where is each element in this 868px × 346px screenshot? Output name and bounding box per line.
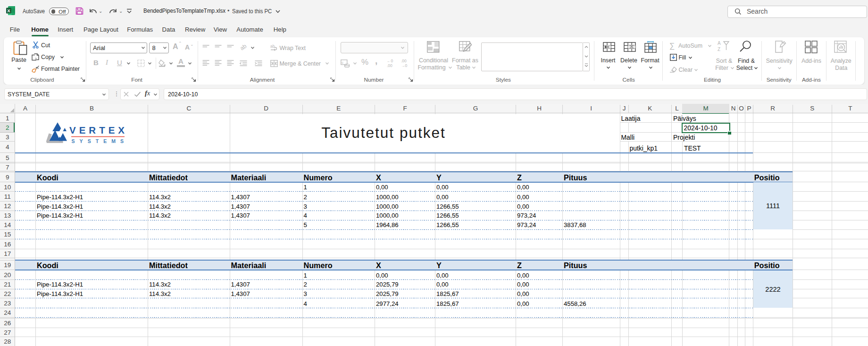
svg-text:4: 4: [304, 212, 307, 219]
svg-text:1266,55: 1266,55: [436, 203, 459, 210]
svg-text:E: E: [336, 105, 341, 112]
svg-text:2024-10-10: 2024-10-10: [684, 124, 718, 132]
svg-text:1,4307: 1,4307: [231, 290, 250, 297]
svg-text:13: 13: [4, 212, 11, 219]
svg-text:0,00: 0,00: [517, 290, 529, 297]
svg-text:14: 14: [4, 221, 11, 228]
svg-text:0,00: 0,00: [517, 272, 529, 279]
svg-text:3837,68: 3837,68: [564, 221, 586, 228]
svg-text:22: 22: [4, 290, 11, 297]
svg-text:15: 15: [4, 231, 11, 238]
svg-text:0,00: 0,00: [376, 272, 388, 279]
svg-text:5: 5: [6, 154, 9, 161]
svg-text:0,00: 0,00: [517, 184, 529, 191]
svg-text:1825,67: 1825,67: [436, 290, 459, 297]
svg-text:114.3x2: 114.3x2: [149, 290, 171, 297]
svg-text:24: 24: [4, 309, 11, 316]
svg-text:973,24: 973,24: [517, 212, 536, 219]
svg-text:0,00: 0,00: [436, 281, 449, 288]
svg-text:Pipe-114.3x2-H1: Pipe-114.3x2-H1: [37, 212, 83, 219]
svg-text:0,00: 0,00: [517, 194, 529, 201]
svg-text:Taivutetut putket: Taivutetut putket: [321, 124, 445, 141]
svg-text:1,4307: 1,4307: [231, 194, 250, 201]
svg-text:4558,26: 4558,26: [564, 300, 586, 307]
svg-text:1,4307: 1,4307: [231, 212, 250, 219]
svg-text:10: 10: [4, 184, 11, 191]
svg-text:Z: Z: [517, 173, 522, 182]
svg-text:11: 11: [4, 193, 11, 200]
svg-text:0,00: 0,00: [376, 184, 388, 191]
svg-text:Z: Z: [517, 261, 522, 270]
svg-text:1825,67: 1825,67: [436, 300, 459, 307]
svg-text:0,00: 0,00: [436, 184, 449, 191]
svg-text:Laatija: Laatija: [621, 115, 641, 122]
svg-text:Materiaali: Materiaali: [231, 173, 267, 182]
svg-text:C: C: [186, 105, 191, 112]
svg-text:TEST: TEST: [684, 144, 701, 152]
svg-text:0,00: 0,00: [517, 300, 529, 307]
svg-text:c: c: [342, 60, 343, 65]
svg-text:1000,00: 1000,00: [376, 194, 399, 201]
svg-text:B: B: [90, 105, 94, 112]
svg-text:ab: ab: [270, 44, 275, 49]
svg-text:1111: 1111: [766, 202, 780, 210]
svg-text:Pituus: Pituus: [564, 261, 587, 270]
svg-text:0,00: 0,00: [436, 194, 449, 201]
svg-text:Z: Z: [718, 47, 720, 52]
svg-text:26: 26: [4, 320, 11, 327]
svg-text:4: 4: [304, 300, 307, 307]
svg-text:21: 21: [4, 281, 11, 288]
svg-text:27: 27: [4, 329, 11, 336]
svg-text:28: 28: [4, 338, 11, 345]
svg-text:Y: Y: [436, 173, 442, 182]
svg-text:Päiväys: Päiväys: [673, 115, 696, 122]
svg-text:17: 17: [4, 250, 11, 257]
svg-text:1964,86: 1964,86: [376, 221, 399, 228]
svg-text:1,4307: 1,4307: [231, 203, 250, 210]
svg-text:Numero: Numero: [304, 261, 333, 270]
svg-text:K: K: [648, 105, 652, 112]
svg-text:19: 19: [4, 262, 11, 269]
svg-text:J: J: [623, 105, 626, 112]
svg-text:2025,79: 2025,79: [376, 281, 399, 288]
svg-text:D: D: [264, 105, 268, 112]
svg-text:1266,55: 1266,55: [436, 212, 459, 219]
svg-text:2: 2: [6, 124, 9, 131]
svg-text:4: 4: [6, 143, 9, 151]
svg-text:23: 23: [4, 300, 11, 307]
svg-text:114.3x2: 114.3x2: [149, 194, 171, 201]
svg-text:0,00: 0,00: [436, 272, 449, 279]
svg-text:Mittatiedot: Mittatiedot: [149, 173, 188, 182]
svg-text:L: L: [675, 105, 679, 112]
svg-text:I: I: [590, 105, 592, 112]
svg-text:3: 3: [304, 290, 307, 297]
svg-text:Pipe-114.3x2-H1: Pipe-114.3x2-H1: [37, 194, 83, 201]
svg-text:Pipe-114.3x2-H1: Pipe-114.3x2-H1: [37, 281, 83, 288]
svg-text:20: 20: [4, 271, 11, 278]
svg-text:putki_kp1: putki_kp1: [630, 144, 658, 152]
svg-text:1: 1: [304, 272, 307, 279]
svg-text:114.3x2: 114.3x2: [149, 212, 171, 219]
svg-text:0,00: 0,00: [517, 203, 529, 210]
svg-text:973,24: 973,24: [517, 221, 536, 228]
svg-text:O: O: [739, 105, 744, 112]
svg-text:Materiaali: Materiaali: [231, 261, 267, 270]
svg-text:Koodi: Koodi: [37, 173, 58, 182]
svg-text:3: 3: [304, 203, 307, 210]
svg-text:Y: Y: [436, 261, 442, 270]
svg-text:A: A: [718, 41, 721, 46]
svg-text:2222: 2222: [765, 286, 780, 293]
svg-text:H: H: [537, 105, 542, 112]
svg-text:Numero: Numero: [304, 173, 333, 182]
svg-text:2: 2: [304, 194, 307, 201]
svg-text:Positio: Positio: [754, 173, 780, 182]
svg-text:X: X: [7, 8, 10, 13]
svg-text:Positio: Positio: [754, 261, 780, 270]
svg-text:1: 1: [304, 184, 307, 191]
svg-text:Projekti: Projekti: [673, 134, 695, 141]
svg-text:Mittatiedot: Mittatiedot: [149, 261, 188, 270]
svg-text:S: S: [810, 105, 814, 112]
svg-text:12: 12: [4, 203, 11, 210]
svg-text:R: R: [770, 105, 775, 112]
svg-text:Pituus: Pituus: [564, 173, 587, 182]
